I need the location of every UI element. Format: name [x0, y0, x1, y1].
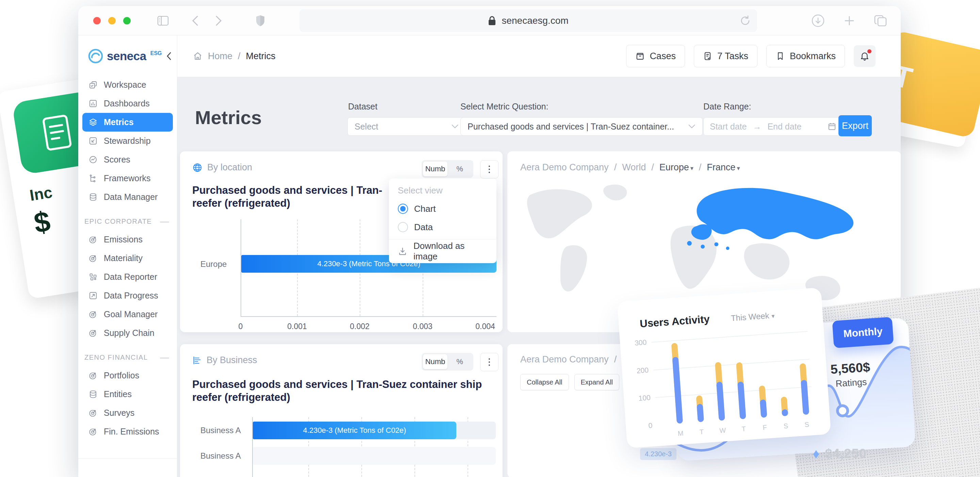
business-a-bar[interactable]: 4.230e-3 (Metric Tons of C02e) — [253, 422, 456, 439]
sidebar-item-stewardship[interactable]: Stewardship — [82, 132, 173, 150]
sidebar-collapse-icon[interactable] — [166, 52, 172, 60]
sidebar-item-workspace[interactable]: Workspace — [82, 76, 173, 94]
y-tick-label: 100 — [633, 394, 651, 403]
sidebar-item-data-reporter[interactable]: Data Reporter — [82, 268, 173, 286]
tab-overview-icon[interactable] — [873, 14, 888, 27]
minimize-window-button[interactable] — [108, 17, 116, 24]
map-breadcrumb-world[interactable]: World — [622, 162, 646, 173]
downloads-icon[interactable] — [811, 14, 825, 28]
address-bar[interactable]: senecaesg.com — [299, 9, 757, 32]
home-icon[interactable] — [193, 51, 202, 61]
dataset-value: Select — [355, 122, 378, 132]
cases-button[interactable]: Cases — [626, 45, 685, 67]
users-activity-title: Users Activity — [640, 313, 710, 330]
by-business-kebab-menu[interactable] — [480, 353, 498, 371]
section-collapse-icon[interactable]: — — [160, 216, 170, 227]
metric-question-label: Select Metric Question: — [460, 101, 548, 111]
sidebar-item-dashboards[interactable]: Dashboards — [82, 94, 173, 113]
breadcrumb-home[interactable]: Home — [208, 51, 232, 62]
by-business-header: By Business — [192, 355, 257, 366]
export-button[interactable]: Export — [838, 115, 872, 136]
sidebar-toggle-icon[interactable] — [157, 16, 169, 26]
map-breadcrumb-aera-demo-company[interactable]: Aera Demo Company — [520, 162, 609, 173]
tasks-icon — [703, 51, 713, 61]
globe-icon — [192, 163, 202, 173]
users-activity-period[interactable]: This Week ▾ — [730, 311, 775, 323]
start-date-placeholder: Start date — [710, 122, 746, 132]
sidebar-item-entities[interactable]: Entities — [82, 385, 173, 404]
dataset-select[interactable]: Select — [347, 117, 466, 136]
sidebar-item-data-manager[interactable]: Data Manager — [82, 188, 173, 206]
workspace-icon — [89, 80, 98, 89]
section-collapse-icon[interactable]: — — [160, 352, 170, 363]
dashboards-icon — [89, 99, 98, 108]
view-option-data[interactable]: Data — [389, 218, 496, 236]
logo-text: seneca — [107, 49, 146, 63]
x-tick-label: 0.001 — [287, 322, 307, 331]
sidebar-item-data-progress[interactable]: Data Progress — [82, 286, 173, 305]
expand-all-button[interactable]: Expand All — [574, 374, 620, 390]
map-breadcrumb-europe[interactable]: Europe▾ — [659, 162, 694, 173]
day-label: W — [719, 426, 726, 434]
view-option-label: Data — [414, 222, 433, 233]
monthly-button[interactable]: Monthly — [832, 317, 894, 348]
sidebar-item-metrics[interactable]: Metrics — [82, 113, 173, 132]
map-breadcrumb: Aera Demo Company/World/Europe▾/France▾ — [520, 162, 740, 173]
breadcrumb-current: Metrics — [246, 51, 275, 62]
map-breadcrumb-france[interactable]: France▾ — [707, 162, 740, 173]
view-option-chart[interactable]: Chart — [389, 200, 496, 218]
forward-icon[interactable] — [215, 15, 223, 27]
stewardship-icon — [89, 136, 98, 146]
reload-icon[interactable] — [740, 14, 751, 27]
notifications-button[interactable] — [854, 45, 875, 67]
scores-icon — [89, 155, 98, 164]
sidebar-item-portfolios[interactable]: Portfolios — [82, 366, 173, 385]
day-label: M — [678, 429, 684, 437]
download-icon — [398, 247, 407, 256]
day-label: T — [741, 425, 746, 433]
sidebar-item-goal-manager[interactable]: Goal Manager — [82, 305, 173, 324]
price-value: $4,250 — [825, 446, 866, 461]
y-tick-label: 200 — [631, 366, 649, 375]
view-option-label: Chart — [414, 204, 436, 214]
breadcrumb-separator: / — [614, 354, 617, 365]
maximize-window-button[interactable] — [123, 17, 130, 24]
activity-bar — [800, 363, 809, 415]
toggle-option-percent[interactable]: % — [447, 162, 472, 176]
date-arrow: → — [753, 122, 761, 132]
database-icon — [89, 390, 98, 399]
sidebar-item-scores[interactable]: Scores — [82, 150, 173, 169]
toggle-option-numb[interactable]: Numb — [423, 354, 447, 369]
sidebar-item-fin-emissions[interactable]: Fin. Emissions — [82, 422, 173, 441]
by-location-kebab-menu[interactable] — [480, 160, 498, 179]
sidebar-item-materiality[interactable]: Materiality — [82, 249, 173, 268]
sidebar-item-label: Entities — [104, 389, 132, 399]
cases-icon — [635, 51, 645, 61]
sidebar-item-surveys[interactable]: Surveys — [82, 404, 173, 422]
bookmarks-button[interactable]: Bookmarks — [766, 45, 845, 67]
by-business-unit-toggle[interactable]: Numb% — [422, 353, 473, 371]
new-tab-icon[interactable] — [843, 14, 856, 27]
sidebar-item-label: Scores — [104, 155, 130, 165]
sidebar-item-frameworks[interactable]: Frameworks — [82, 169, 173, 188]
bookmarks-label: Bookmarks — [790, 51, 836, 62]
toggle-option-numb[interactable]: Numb — [423, 162, 447, 176]
by-location-label: By location — [207, 162, 252, 173]
by-location-unit-toggle[interactable]: Numb% — [422, 160, 473, 178]
target-icon — [89, 328, 98, 338]
traffic-lights — [93, 17, 130, 24]
date-range-input[interactable]: Start date → End date — [703, 117, 843, 136]
sidebar-item-label: Data Progress — [104, 291, 158, 301]
collapse-all-button[interactable]: Collapse All — [520, 374, 569, 390]
toggle-option-percent[interactable]: % — [447, 354, 472, 369]
shield-icon[interactable] — [255, 14, 266, 27]
download-as-image-item[interactable]: Download as image — [389, 242, 496, 260]
sidebar-item-supply-chain[interactable]: Supply Chain — [82, 324, 173, 342]
tasks-button[interactable]: 7 Tasks — [694, 45, 757, 67]
map-breadcrumb-aera-demo-company[interactable]: Aera Demo Company — [520, 354, 609, 365]
back-icon[interactable] — [191, 15, 199, 27]
breadcrumb-separator: / — [238, 51, 240, 62]
metric-question-select[interactable]: Purchased goods and services | Tran-Suez… — [460, 117, 703, 136]
sidebar-item-emissions[interactable]: Emissions — [82, 230, 173, 249]
close-window-button[interactable] — [93, 17, 101, 24]
